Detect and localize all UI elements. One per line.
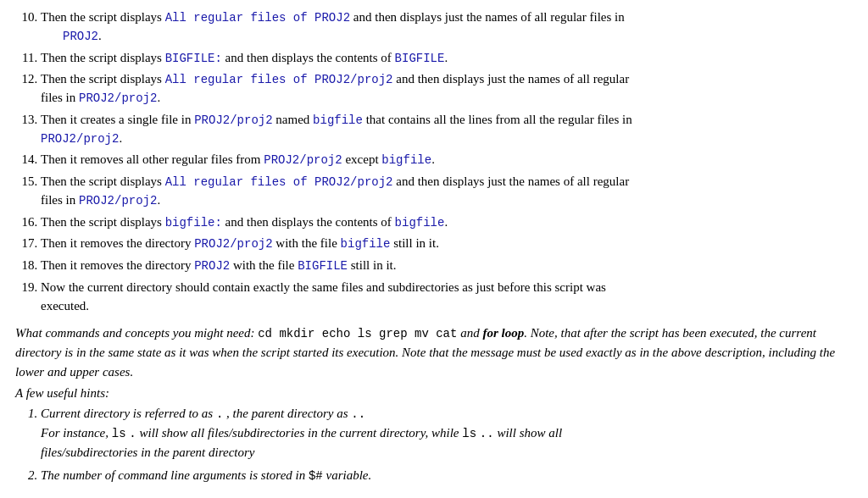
note-paragraph: What commands and concepts you might nee… [15,324,853,381]
code-span: BIGFILE: [165,52,222,65]
code-span: BIGFILE [298,259,348,273]
list-item: Then it creates a single file in PROJ2/p… [41,111,853,148]
code-span: bigfile [341,237,391,251]
list-item: Then the script displays All regular fil… [41,70,853,108]
list-item: Then the script displays bigfile: and th… [41,213,853,232]
list-item: Then it removes the directory PROJ2 with… [41,257,853,275]
code-span: All regular files of PROJ2/proj2 [165,73,393,86]
parent-dir-dot: .. [351,407,365,421]
hint-item: Current directory is referred to as . , … [41,404,853,462]
list-item: Now the current directory should contain… [41,279,853,316]
list-item: Then the script displays All regular fil… [41,173,853,210]
ls-command2: ls [462,427,476,440]
code-span: All regular files of PROJ2/proj2 [165,175,393,189]
code-span: PROJ2/proj2 [79,91,157,105]
dotdot-arg: .. [480,427,494,440]
args-variable: $# [309,469,323,483]
hint-item: The number of command line arguments is … [41,466,853,485]
code-span: All regular files of PROJ2 [165,11,350,25]
list-item: Then the script displays BIGFILE: and th… [41,49,853,68]
code-span: PROJ2 [194,259,230,273]
list-item: Then it removes the directory PROJ2/proj… [41,235,853,253]
list-item: Then it removes all other regular files … [41,151,853,169]
code-span: PROJ2/proj2 [264,153,342,167]
code-span: BIGFILE [395,52,445,65]
numbered-list: Then the script displays All regular fil… [15,8,853,315]
code-span: PROJ2/proj2 [41,132,119,146]
code-span: bigfile [395,216,445,230]
dot-arg: . [129,427,136,440]
code-span: bigfile: [165,216,222,230]
ls-command: ls [112,427,126,440]
commands-list: cd mkdir echo ls grep mv cat [258,327,457,340]
hints-list: Current directory is referred to as . , … [15,404,853,485]
code-span: PROJ2 [63,30,98,43]
hints-label: A few useful hints: [15,386,853,401]
note-section: What commands and concepts you might nee… [15,324,853,381]
main-content: Then the script displays All regular fil… [15,8,853,485]
code-span: bigfile [381,153,431,167]
code-span: PROJ2/proj2 [194,237,272,251]
code-span: PROJ2/proj2 [194,113,272,127]
code-span: bigfile [313,113,363,127]
code-span: PROJ2/proj2 [79,194,157,208]
list-item: Then the script displays All regular fil… [41,8,853,46]
